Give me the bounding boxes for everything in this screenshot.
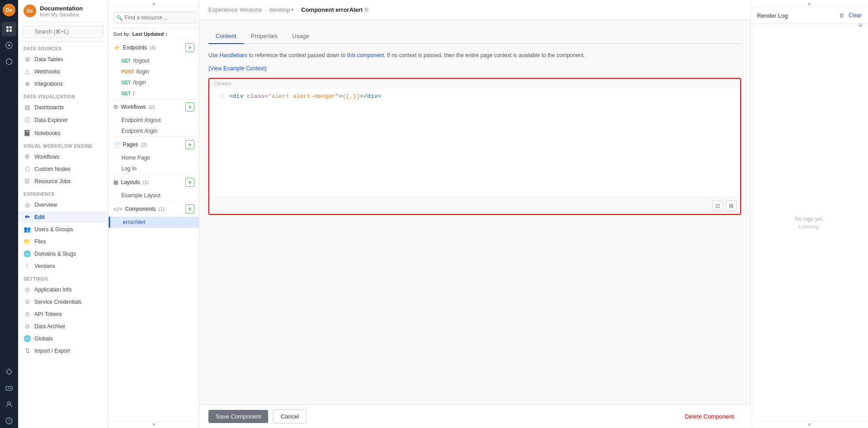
nav-icon-game[interactable]	[2, 381, 16, 395]
info-text: Use Handlebars to reference the context …	[208, 51, 741, 59]
main-body: Content Properties Usage Use Handlebars …	[199, 20, 750, 404]
resource-item-get-login[interactable]: GET /login	[109, 77, 199, 88]
render-log-pause-button[interactable]: ⏸	[839, 12, 845, 19]
breadcrumb: Experience Versions › develop ▾ › Compon…	[208, 6, 368, 13]
main-content: Experience Versions › develop ▾ › Compon…	[199, 0, 750, 428]
tab-properties[interactable]: Properties	[244, 29, 285, 44]
sidebar-item-overview[interactable]: ◎ Overview	[18, 199, 108, 211]
bottom-toolbar: Save Component Cancel Delete Component	[199, 404, 750, 428]
editor-expand-button[interactable]: ⊞	[726, 200, 737, 211]
nav-icon-home[interactable]	[2, 22, 16, 36]
sidebar-item-webhooks[interactable]: △ Webhooks	[18, 65, 108, 78]
tabs-bar: Content Properties Usage	[208, 29, 741, 44]
resource-item-wf-endpoint-login[interactable]: Endpoint /login	[109, 126, 199, 136]
resource-group-components-header[interactable]: </> Components (1) +	[109, 201, 199, 217]
sidebar-item-data-tables[interactable]: ⊞ Data Tables	[18, 53, 108, 65]
import-export-icon: ⇅	[24, 347, 31, 354]
tab-content[interactable]: Content	[208, 29, 244, 44]
copy-breadcrumb-icon[interactable]: ⎘	[365, 7, 368, 13]
resource-item-get-logout[interactable]: GET /logout	[109, 55, 199, 66]
scroll-down-indicator: ▼	[152, 422, 156, 427]
resource-item-post-login[interactable]: POST /login	[109, 66, 199, 77]
sidebar-item-files[interactable]: 📁 Files	[18, 235, 108, 248]
cancel-button[interactable]: Cancel	[273, 409, 306, 423]
sidebar-item-import-export[interactable]: ⇅ Import / Export	[18, 345, 108, 357]
find-resource-search-icon: 🔍	[116, 15, 123, 21]
editor-shrink-button[interactable]: ⊡	[712, 200, 723, 211]
resource-item-home-page[interactable]: Home Page	[109, 152, 199, 163]
webhook-icon: △	[24, 68, 31, 75]
code-editor-wrap: Content 1 <div class="alert alert-danger…	[208, 78, 741, 215]
nav-icon-crosshair[interactable]	[2, 365, 16, 379]
nav-icon-person[interactable]	[2, 397, 16, 412]
integration-icon: ⊕	[24, 80, 31, 87]
resource-group-layouts-header[interactable]: ▦ Layouts (1) +	[109, 175, 199, 190]
sidebar-item-edit[interactable]: ✏ Edit	[18, 211, 108, 223]
sidebar-item-application-info[interactable]: ⊙ Application Info	[18, 283, 108, 296]
resource-group-workflows-header[interactable]: ⚙ Workflows (2) +	[109, 99, 199, 115]
resource-panel: ▲ 🔍 ↻ Sort by: Last Updated ↕ ⚡ Endpoint…	[109, 0, 199, 428]
link-view-example-context[interactable]: (View Example Context)	[208, 65, 267, 72]
svg-rect-0	[6, 26, 9, 29]
section-label-data-viz: DATA VISUALIZATION	[18, 90, 108, 101]
code-editor-label: Content	[209, 79, 740, 88]
code-editor[interactable]: 1 <div class="alert alert-danger">{{.}}<…	[209, 88, 740, 197]
resource-item-log-in[interactable]: Log In	[109, 163, 199, 174]
breadcrumb-develop[interactable]: develop ▾	[270, 6, 294, 13]
tab-usage[interactable]: Usage	[285, 29, 317, 44]
resource-group-workflows: ⚙ Workflows (2) + Endpoint /logout Endpo…	[109, 99, 199, 137]
render-log-settings-icon[interactable]	[856, 21, 863, 29]
add-component-button[interactable]: +	[185, 204, 194, 214]
resource-group-layouts: ▦ Layouts (1) + Example Layout	[109, 175, 199, 201]
nav-icon-box[interactable]	[2, 54, 16, 69]
sidebar-item-globals[interactable]: 🌐 Globals	[18, 332, 108, 345]
nav-icon-dashboard[interactable]	[2, 38, 16, 53]
svg-point-6	[7, 370, 11, 374]
sidebar-item-notebooks[interactable]: 📓 Notebooks	[18, 127, 108, 139]
resource-group-pages-header[interactable]: 📄 Pages (2) +	[109, 137, 199, 152]
search-input[interactable]	[23, 26, 104, 38]
nav-icon-question[interactable]: ?	[2, 413, 16, 428]
breadcrumb-develop-dropdown-icon[interactable]: ▾	[291, 7, 294, 12]
sidebar-item-data-explorer[interactable]: ⓘ Data Explorer	[18, 113, 108, 127]
sidebar-item-dashboards[interactable]: ▤ Dashboards	[18, 101, 108, 113]
sidebar-item-service-credentials[interactable]: ⊙ Service Credentials	[18, 296, 108, 308]
sidebar-search: 🔍	[18, 22, 108, 42]
section-label-workflow-engine: VISUAL WORKFLOW ENGINE	[18, 139, 108, 151]
sidebar-item-versions[interactable]: ⑂ Versions	[18, 260, 108, 272]
link-this-component[interactable]: this component	[347, 52, 384, 58]
resource-item-wf-endpoint-logout[interactable]: Endpoint /logout	[109, 115, 199, 126]
edit-icon: ✏	[24, 214, 31, 220]
sidebar-avatar: Do	[24, 5, 36, 17]
resource-item-example-layout[interactable]: Example Layout	[109, 190, 199, 201]
app-avatar[interactable]: Do	[3, 4, 15, 16]
link-handlebars[interactable]: Handlebars	[220, 52, 247, 58]
sidebar-item-workflows[interactable]: ⚙ Workflows	[18, 151, 108, 163]
svg-point-5	[8, 44, 10, 47]
add-endpoint-button[interactable]: +	[185, 43, 194, 52]
svg-point-13	[10, 388, 11, 389]
render-log-clear-button[interactable]: Clear	[849, 12, 862, 19]
layouts-icon: ▦	[113, 179, 118, 185]
add-layout-button[interactable]: +	[185, 178, 194, 187]
save-component-button[interactable]: Save Component	[208, 410, 268, 423]
sidebar-item-data-archive[interactable]: ⊙ Data Archive	[18, 320, 108, 332]
add-workflow-button[interactable]: +	[185, 102, 194, 112]
resource-item-error-alert[interactable]: errorAlert	[109, 217, 199, 228]
breadcrumb-experience-versions[interactable]: Experience Versions	[208, 6, 262, 13]
resource-item-get-root[interactable]: GET /	[109, 88, 199, 99]
delete-component-button[interactable]: Delete Component	[678, 410, 741, 423]
sort-value[interactable]: Last Updated ↕	[132, 31, 168, 37]
sidebar-item-domains-slugs[interactable]: 🌐 Domains & Slugs	[18, 248, 108, 260]
sidebar-item-api-tokens[interactable]: ⊙ API Tokens	[18, 308, 108, 320]
sidebar-item-users-groups[interactable]: 👥 Users & Groups	[18, 223, 108, 235]
nodes-icon: ⬡	[24, 165, 31, 172]
find-resource-input[interactable]	[113, 12, 197, 24]
add-page-button[interactable]: +	[185, 140, 194, 149]
resource-group-endpoints: ⚡ Endpoints (4) + GET /logout POST /logi…	[109, 40, 199, 99]
resource-group-pages: 📄 Pages (2) + Home Page Log In	[109, 137, 199, 175]
sidebar-item-custom-nodes[interactable]: ⬡ Custom Nodes	[18, 163, 108, 175]
sidebar-item-integrations[interactable]: ⊕ Integrations	[18, 78, 108, 90]
resource-group-endpoints-header[interactable]: ⚡ Endpoints (4) +	[109, 40, 199, 55]
sidebar-item-resource-jobs[interactable]: ☰ Resource Jobs	[18, 175, 108, 187]
